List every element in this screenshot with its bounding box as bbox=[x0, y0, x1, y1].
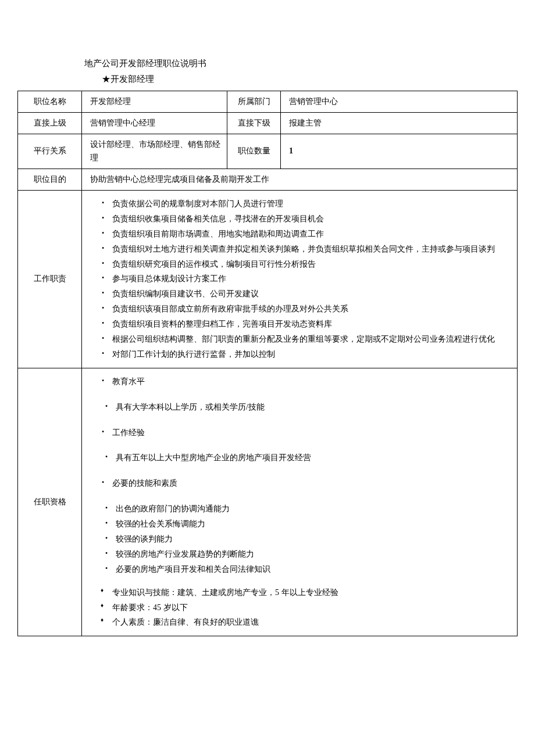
qual-head: 教育水平 bbox=[99, 374, 510, 389]
duty-item: 负责组织对土地方进行相关调查并拟定相关谈判策略，并负责组织草拟相关合同文件，主持… bbox=[99, 242, 510, 257]
duty-item: 负责依据公司的规章制度对本部门人员进行管理 bbox=[99, 196, 510, 212]
label-qualifications: 任职资格 bbox=[18, 368, 82, 636]
duty-item: 对部门工作计划的执行进行监督，并加以控制 bbox=[99, 347, 510, 362]
duties-list: 负责依据公司的规章制度对本部门人员进行管理 负责组织收集项目储备相关信息，寻找潜… bbox=[94, 196, 510, 362]
document-subtitle: ★开发部经理 bbox=[102, 74, 518, 85]
duty-item: 参与项目总体规划设计方案工作 bbox=[99, 271, 510, 286]
duty-item: 负责组织该项目部成立前所有政府审批手续的办理及对外公共关系 bbox=[99, 302, 510, 317]
document-header: 地产公司开发部经理职位说明书 ★开发部经理 bbox=[84, 58, 518, 85]
value-superior: 营销管理中心经理 bbox=[82, 112, 227, 134]
job-spec-table: 职位名称 开发部经理 所属部门 营销管理中心 直接上级 营销管理中心经理 直接下… bbox=[17, 91, 518, 636]
document-title: 地产公司开发部经理职位说明书 bbox=[84, 58, 518, 69]
label-duties: 工作职责 bbox=[18, 190, 82, 368]
qual-group-1: 工作经验 bbox=[94, 425, 510, 440]
qual-group-0: 教育水平 bbox=[94, 374, 510, 389]
qual-sub-0: 具有大学本科以上学历，或相关学历/技能 bbox=[94, 400, 510, 415]
qual-sub-item: 具有大学本科以上学历，或相关学历/技能 bbox=[99, 400, 510, 415]
qual-head: 工作经验 bbox=[99, 425, 510, 440]
qual-diamond-item: 专业知识与技能：建筑、土建或房地产专业，5 年以上专业经验 bbox=[99, 585, 510, 600]
row-duties: 工作职责 负责依据公司的规章制度对本部门人员进行管理 负责组织收集项目储备相关信… bbox=[18, 190, 518, 368]
duty-item: 负责组织编制项目建议书、公司开发建议 bbox=[99, 286, 510, 302]
qual-head: 必要的技能和素质 bbox=[99, 476, 510, 491]
row-superior: 直接上级 营销管理中心经理 直接下级 报建主管 bbox=[18, 112, 518, 134]
qual-diamond-item: 个人素质：廉洁自律、有良好的职业道谯 bbox=[99, 615, 510, 630]
duty-item: 负责组织收集项目储备相关信息，寻找潜在的开发项目机会 bbox=[99, 212, 510, 227]
qual-sub-item: 具有五年以上大中型房地产企业的房地产项目开发经营 bbox=[99, 450, 510, 465]
qual-sub-item: 必要的房地产项目开发和相关合同法律知识 bbox=[99, 562, 510, 577]
value-position-name: 开发部经理 bbox=[82, 91, 227, 113]
value-duties: 负责依据公司的规章制度对本部门人员进行管理 负责组织收集项目储备相关信息，寻找潜… bbox=[82, 190, 518, 368]
duty-item: 根据公司组织结构调整、部门职责的重新分配及业务的重组等要求，定期或不定期对公司业… bbox=[99, 332, 510, 347]
qual-group-2: 必要的技能和素质 bbox=[94, 476, 510, 491]
qual-sub-2: 出色的政府部门的协调沟通能力 较强的社会关系悔调能力 较强的谈判能力 较强的房地… bbox=[94, 501, 510, 576]
row-parallel: 平行关系 设计部经理、市场部经理、销售部经理 职位数量 1 bbox=[18, 134, 518, 169]
label-position-name: 职位名称 bbox=[18, 91, 82, 113]
label-count: 职位数量 bbox=[227, 134, 281, 169]
label-subordinate: 直接下级 bbox=[227, 112, 281, 134]
qual-diamonds: 专业知识与技能：建筑、土建或房地产专业，5 年以上专业经验 年龄要求：45 岁以… bbox=[94, 585, 510, 630]
qual-sub-1: 具有五年以上大中型房地产企业的房地产项目开发经营 bbox=[94, 450, 510, 465]
qual-diamond-item: 年龄要求：45 岁以下 bbox=[99, 600, 510, 615]
dept-rest: 理中心 bbox=[313, 97, 338, 106]
value-purpose: 协助营销中心总经理完成项目储备及前期开发工作 bbox=[82, 169, 518, 191]
value-parallel: 设计部经理、市场部经理、销售部经理 bbox=[82, 134, 227, 169]
label-purpose: 职位目的 bbox=[18, 169, 82, 191]
row-purpose: 职位目的 协助营销中心总经理完成项目储备及前期开发工作 bbox=[18, 169, 518, 191]
row-qualifications: 任职资格 教育水平 具有大学本科以上学历，或相关学历/技能 工作经验 具有五年以… bbox=[18, 368, 518, 636]
qual-sub-item: 较强的房地产行业发展趋势的判断能力 bbox=[99, 547, 510, 562]
duty-item: 负责组织项目前期市场调查、用地实地踏勘和周边调查工作 bbox=[99, 227, 510, 242]
value-qualifications: 教育水平 具有大学本科以上学历，或相关学历/技能 工作经验 具有五年以上大中型房… bbox=[82, 368, 518, 636]
qual-sub-item: 较强的社会关系悔调能力 bbox=[99, 517, 510, 532]
label-superior: 直接上级 bbox=[18, 112, 82, 134]
value-count: 1 bbox=[281, 134, 518, 169]
label-parallel: 平行关系 bbox=[18, 134, 82, 169]
label-department: 所属部门 bbox=[227, 91, 281, 113]
duty-item: 负责组织项目资料的整理归档工作，完善项目开发动态资料库 bbox=[99, 317, 510, 332]
dept-bold: 营销管 bbox=[289, 97, 313, 106]
qual-sub-item: 出色的政府部门的协调沟通能力 bbox=[99, 501, 510, 517]
row-position-name: 职位名称 开发部经理 所属部门 营销管理中心 bbox=[18, 91, 518, 113]
value-subordinate: 报建主管 bbox=[281, 112, 518, 134]
qual-sub-item: 较强的谈判能力 bbox=[99, 532, 510, 547]
duty-item: 负责组织研究项目的运作模式，编制项目可行性分析报告 bbox=[99, 257, 510, 272]
value-department: 营销管理中心 bbox=[281, 91, 518, 113]
